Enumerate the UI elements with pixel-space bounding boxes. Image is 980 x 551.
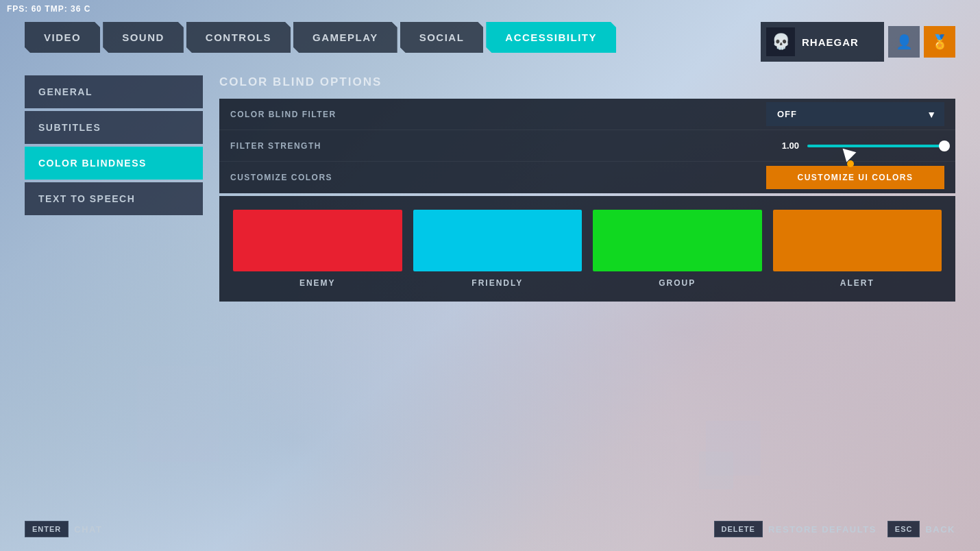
alert-color-swatch bbox=[773, 210, 942, 271]
back-button[interactable]: ESC BACK bbox=[887, 521, 955, 537]
tab-controls[interactable]: CONTROLS bbox=[186, 22, 291, 53]
friendly-label: FRIENDLY bbox=[471, 278, 523, 288]
username: RHAEGAR bbox=[802, 36, 859, 48]
bottom-right-actions: DELETE RESTORE DEFAULTS ESC BACK bbox=[714, 521, 955, 537]
sidebar-item-general[interactable]: GENERAL bbox=[25, 75, 203, 108]
friend-icon-button[interactable]: 👤 bbox=[888, 26, 920, 58]
color-swatches: ENEMY FRIENDLY GROUP ALERT bbox=[219, 196, 955, 302]
swatch-friendly[interactable]: FRIENDLY bbox=[413, 210, 583, 288]
esc-key-badge: ESC bbox=[887, 521, 920, 537]
color-blind-filter-row: COLOR BLIND FILTER OFF DEUTERANOPIA PROT… bbox=[219, 99, 955, 130]
restore-defaults-button[interactable]: DELETE RESTORE DEFAULTS bbox=[714, 521, 877, 537]
sidebar-item-text-to-speech[interactable]: TEXT TO SPEECH bbox=[25, 182, 203, 215]
enemy-label: ENEMY bbox=[299, 278, 336, 288]
swatch-enemy[interactable]: ENEMY bbox=[233, 210, 402, 288]
slider-fill bbox=[807, 145, 944, 147]
restore-defaults-label: RESTORE DEFAULTS bbox=[768, 524, 877, 535]
group-label: GROUP bbox=[659, 278, 696, 288]
avatar: 💀 bbox=[766, 27, 795, 56]
delete-key-badge: DELETE bbox=[714, 521, 763, 537]
decorative-box-1 bbox=[137, 366, 219, 462]
filter-control: OFF DEUTERANOPIA PROTANOPIA TRITANOPIA ▼ bbox=[766, 102, 944, 126]
enemy-color-swatch bbox=[233, 210, 402, 271]
filter-strength-label: FILTER STRENGTH bbox=[230, 141, 774, 151]
sidebar-item-subtitles[interactable]: SUBTITLES bbox=[25, 111, 203, 144]
customize-ui-colors-button[interactable]: CUSTOMIZE UI COLORS bbox=[766, 166, 944, 189]
slider-value: 1.00 bbox=[774, 140, 799, 151]
settings-table: COLOR BLIND FILTER OFF DEUTERANOPIA PROT… bbox=[219, 99, 955, 193]
top-right-area: 💀 RHAEGAR 👤 🏅 bbox=[761, 22, 955, 62]
swatch-alert[interactable]: ALERT bbox=[773, 210, 942, 288]
decorative-box-3 bbox=[699, 452, 733, 489]
back-label: BACK bbox=[925, 524, 955, 535]
content-panel: COLOR BLIND OPTIONS COLOR BLIND FILTER O… bbox=[219, 75, 955, 496]
enter-key-badge: ENTER bbox=[25, 521, 69, 537]
tab-video[interactable]: VIDEO bbox=[25, 22, 100, 53]
filter-dropdown-wrapper: OFF DEUTERANOPIA PROTANOPIA TRITANOPIA ▼ bbox=[766, 102, 944, 126]
tab-accessibility[interactable]: ACCESSIBILITY bbox=[486, 22, 616, 53]
tab-gameplay[interactable]: GAMEPLAY bbox=[293, 22, 397, 53]
customize-control: CUSTOMIZE UI COLORS bbox=[766, 166, 944, 189]
chat-button[interactable]: ENTER CHAT bbox=[25, 521, 102, 537]
top-navigation: VIDEO SOUND CONTROLS GAMEPLAY SOCIAL ACC… bbox=[25, 22, 616, 53]
fps-display: FPS: 60 TMP: 36 C bbox=[7, 4, 90, 14]
filter-strength-row: FILTER STRENGTH 1.00 bbox=[219, 130, 955, 162]
section-title: COLOR BLIND OPTIONS bbox=[219, 75, 955, 89]
alert-label: ALERT bbox=[840, 278, 874, 288]
swatch-group[interactable]: GROUP bbox=[593, 210, 762, 288]
customize-label: CUSTOMIZE COLORS bbox=[230, 173, 766, 182]
filter-label: COLOR BLIND FILTER bbox=[230, 110, 766, 119]
group-color-swatch bbox=[593, 210, 762, 271]
user-card: 💀 RHAEGAR bbox=[761, 22, 884, 62]
friendly-color-swatch bbox=[413, 210, 583, 271]
tab-social[interactable]: SOCIAL bbox=[400, 22, 484, 53]
slider-control: 1.00 bbox=[774, 140, 944, 151]
rank-icon-button[interactable]: 🏅 bbox=[924, 26, 955, 58]
filter-dropdown[interactable]: OFF DEUTERANOPIA PROTANOPIA TRITANOPIA bbox=[766, 102, 944, 126]
slider-track[interactable] bbox=[807, 145, 944, 147]
slider-thumb bbox=[939, 140, 950, 151]
customize-colors-row: CUSTOMIZE COLORS CUSTOMIZE UI COLORS bbox=[219, 162, 955, 193]
tab-sound[interactable]: SOUND bbox=[103, 22, 184, 53]
sidebar-item-color-blindness[interactable]: COLOR BLINDNESS bbox=[25, 147, 203, 180]
chat-label: CHAT bbox=[74, 524, 102, 535]
bottom-bar: ENTER CHAT DELETE RESTORE DEFAULTS ESC B… bbox=[25, 521, 955, 537]
